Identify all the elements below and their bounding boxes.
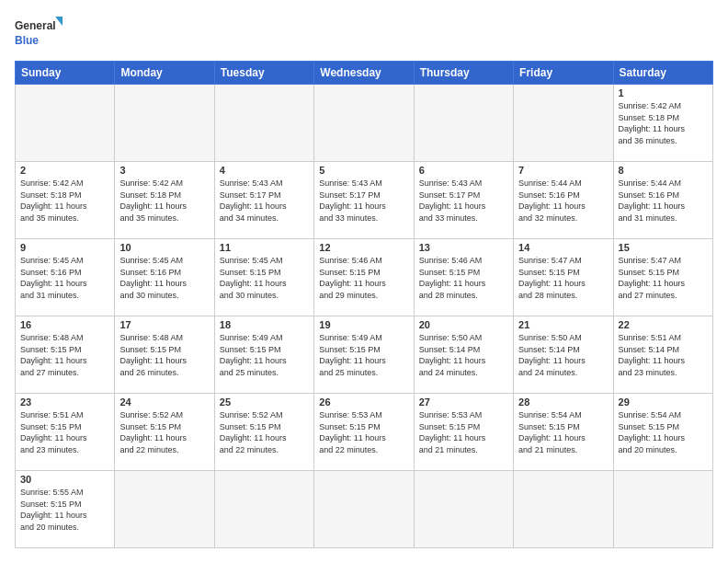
day-info: Sunrise: 5:45 AM Sunset: 5:15 PM Dayligh… [220,255,309,301]
calendar-day-cell [314,85,414,162]
calendar-day-cell: 26Sunrise: 5:53 AM Sunset: 5:15 PM Dayli… [314,394,414,471]
day-info: Sunrise: 5:50 AM Sunset: 5:14 PM Dayligh… [419,332,508,378]
day-info: Sunrise: 5:47 AM Sunset: 5:15 PM Dayligh… [518,255,608,301]
day-number: 9 [20,242,109,253]
day-number: 13 [419,242,508,253]
calendar-week-row: 30Sunrise: 5:55 AM Sunset: 5:15 PM Dayli… [16,471,713,548]
day-number: 28 [518,396,608,408]
calendar-day-cell: 17Sunrise: 5:48 AM Sunset: 5:15 PM Dayli… [115,316,214,394]
day-number: 21 [518,319,608,330]
day-number: 12 [319,242,408,253]
day-number: 1 [619,87,708,98]
calendar-day-header: Tuesday [214,62,313,85]
calendar-day-cell [115,471,214,548]
svg-text:Blue: Blue [15,34,39,47]
calendar-day-cell: 20Sunrise: 5:50 AM Sunset: 5:14 PM Dayli… [414,316,513,394]
svg-marker-2 [55,17,63,26]
calendar-day-header: Thursday [414,62,513,85]
page: General Blue SundayMondayTuesdayWednesda… [0,0,728,563]
calendar-day-cell: 15Sunrise: 5:47 AM Sunset: 5:15 PM Dayli… [613,239,712,316]
day-info: Sunrise: 5:43 AM Sunset: 5:17 PM Dayligh… [319,178,408,224]
calendar-day-cell: 27Sunrise: 5:53 AM Sunset: 5:15 PM Dayli… [414,394,513,471]
day-info: Sunrise: 5:53 AM Sunset: 5:15 PM Dayligh… [319,409,408,455]
day-number: 17 [119,319,209,330]
calendar-day-cell: 14Sunrise: 5:47 AM Sunset: 5:15 PM Dayli… [514,239,613,316]
day-number: 11 [220,242,309,253]
calendar-day-cell [314,471,414,548]
calendar-day-cell: 13Sunrise: 5:46 AM Sunset: 5:15 PM Dayli… [414,239,513,316]
calendar-day-cell: 29Sunrise: 5:54 AM Sunset: 5:15 PM Dayli… [613,394,712,471]
calendar-week-row: 16Sunrise: 5:48 AM Sunset: 5:15 PM Dayli… [16,316,713,394]
day-info: Sunrise: 5:49 AM Sunset: 5:15 PM Dayligh… [220,332,309,378]
calendar-day-cell [115,85,214,162]
day-info: Sunrise: 5:52 AM Sunset: 5:15 PM Dayligh… [119,409,209,455]
calendar-day-cell [613,471,712,548]
calendar-day-cell [16,85,115,162]
day-info: Sunrise: 5:43 AM Sunset: 5:17 PM Dayligh… [419,178,508,224]
day-number: 4 [220,165,309,176]
day-info: Sunrise: 5:46 AM Sunset: 5:15 PM Dayligh… [419,255,508,301]
svg-text:General: General [15,19,56,32]
calendar-day-cell: 1Sunrise: 5:42 AM Sunset: 5:18 PM Daylig… [613,85,712,162]
day-info: Sunrise: 5:48 AM Sunset: 5:15 PM Dayligh… [20,332,109,378]
calendar-day-cell: 12Sunrise: 5:46 AM Sunset: 5:15 PM Dayli… [314,239,414,316]
day-info: Sunrise: 5:51 AM Sunset: 5:15 PM Dayligh… [20,409,109,455]
day-number: 3 [119,165,209,176]
calendar-table: SundayMondayTuesdayWednesdayThursdayFrid… [15,61,713,548]
day-number: 20 [419,319,508,330]
day-info: Sunrise: 5:43 AM Sunset: 5:17 PM Dayligh… [220,178,309,224]
calendar-day-header: Wednesday [314,62,414,85]
day-number: 7 [518,165,608,176]
day-info: Sunrise: 5:47 AM Sunset: 5:15 PM Dayligh… [619,255,708,301]
day-info: Sunrise: 5:54 AM Sunset: 5:15 PM Dayligh… [619,409,708,455]
calendar-day-cell: 2Sunrise: 5:42 AM Sunset: 5:18 PM Daylig… [16,162,115,239]
calendar-day-header: Monday [115,62,214,85]
calendar-week-row: 9Sunrise: 5:45 AM Sunset: 5:16 PM Daylig… [16,239,713,316]
calendar-day-cell: 22Sunrise: 5:51 AM Sunset: 5:14 PM Dayli… [613,316,712,394]
day-number: 2 [20,165,109,176]
day-info: Sunrise: 5:54 AM Sunset: 5:15 PM Dayligh… [518,409,608,455]
calendar-day-cell: 6Sunrise: 5:43 AM Sunset: 5:17 PM Daylig… [414,162,513,239]
calendar-day-cell: 10Sunrise: 5:45 AM Sunset: 5:16 PM Dayli… [115,239,214,316]
calendar-day-cell: 11Sunrise: 5:45 AM Sunset: 5:15 PM Dayli… [214,239,313,316]
day-number: 24 [119,396,209,408]
calendar-day-cell [414,85,513,162]
generalblue-logo-icon: General Blue [15,15,63,52]
calendar-day-cell: 24Sunrise: 5:52 AM Sunset: 5:15 PM Dayli… [115,394,214,471]
day-number: 16 [20,319,109,330]
day-number: 26 [319,396,408,408]
day-info: Sunrise: 5:53 AM Sunset: 5:15 PM Dayligh… [419,409,508,455]
calendar-day-header: Sunday [16,62,115,85]
calendar-day-cell: 28Sunrise: 5:54 AM Sunset: 5:15 PM Dayli… [514,394,613,471]
calendar-day-cell: 7Sunrise: 5:44 AM Sunset: 5:16 PM Daylig… [514,162,613,239]
day-number: 6 [419,165,508,176]
day-number: 25 [220,396,309,408]
day-info: Sunrise: 5:42 AM Sunset: 5:18 PM Dayligh… [20,178,109,224]
calendar-day-cell: 23Sunrise: 5:51 AM Sunset: 5:15 PM Dayli… [16,394,115,471]
day-info: Sunrise: 5:51 AM Sunset: 5:14 PM Dayligh… [619,332,708,378]
calendar-day-cell: 4Sunrise: 5:43 AM Sunset: 5:17 PM Daylig… [214,162,313,239]
calendar-day-cell: 21Sunrise: 5:50 AM Sunset: 5:14 PM Dayli… [514,316,613,394]
day-info: Sunrise: 5:42 AM Sunset: 5:18 PM Dayligh… [119,178,209,224]
calendar-day-cell: 5Sunrise: 5:43 AM Sunset: 5:17 PM Daylig… [314,162,414,239]
calendar-day-cell [414,471,513,548]
day-number: 14 [518,242,608,253]
day-info: Sunrise: 5:45 AM Sunset: 5:16 PM Dayligh… [20,255,109,301]
day-number: 27 [419,396,508,408]
day-number: 15 [619,242,708,253]
calendar-header-row: SundayMondayTuesdayWednesdayThursdayFrid… [16,62,713,85]
day-number: 8 [619,165,708,176]
day-info: Sunrise: 5:44 AM Sunset: 5:16 PM Dayligh… [518,178,608,224]
calendar-week-row: 2Sunrise: 5:42 AM Sunset: 5:18 PM Daylig… [16,162,713,239]
calendar-day-cell [214,471,313,548]
day-info: Sunrise: 5:46 AM Sunset: 5:15 PM Dayligh… [319,255,408,301]
day-number: 22 [619,319,708,330]
calendar-day-cell [514,85,613,162]
day-info: Sunrise: 5:49 AM Sunset: 5:15 PM Dayligh… [319,332,408,378]
calendar-day-header: Saturday [613,62,712,85]
calendar-day-cell: 3Sunrise: 5:42 AM Sunset: 5:18 PM Daylig… [115,162,214,239]
day-number: 23 [20,396,109,408]
day-info: Sunrise: 5:48 AM Sunset: 5:15 PM Dayligh… [119,332,209,378]
day-info: Sunrise: 5:55 AM Sunset: 5:15 PM Dayligh… [20,487,109,533]
day-number: 5 [319,165,408,176]
